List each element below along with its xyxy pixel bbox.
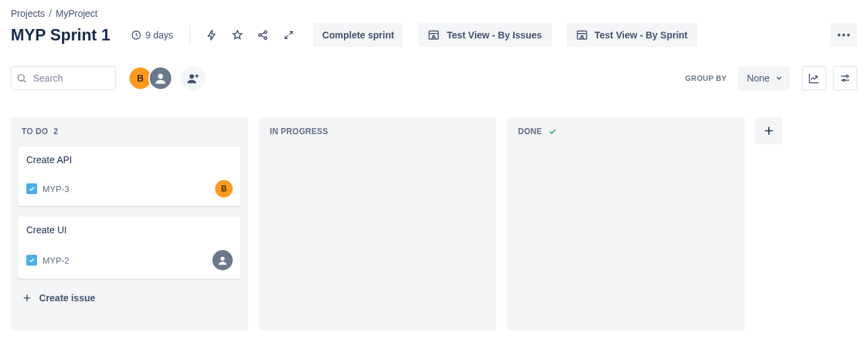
card-key-wrap: MYP-3 xyxy=(26,183,69,194)
avatar-initial: B xyxy=(221,184,227,193)
person-icon xyxy=(153,71,168,86)
svg-point-9 xyxy=(158,74,163,79)
divider xyxy=(190,26,190,44)
view-button-by-issues[interactable]: Test View - By Issues xyxy=(418,23,551,47)
breadcrumb-sep: / xyxy=(49,8,52,19)
svg-point-8 xyxy=(18,75,24,81)
card-key: MYP-2 xyxy=(42,255,69,266)
add-column-button[interactable] xyxy=(755,117,782,144)
card-key-wrap: MYP-2 xyxy=(26,255,69,266)
card-myp-2[interactable]: Create UI MYP-2 xyxy=(18,216,241,279)
more-icon xyxy=(838,34,850,36)
share-icon xyxy=(257,29,269,41)
column-header[interactable]: IN PROGRESS xyxy=(266,127,490,136)
board-toolbar: B GROUP BY None xyxy=(11,66,857,90)
groupby-dropdown[interactable]: None xyxy=(738,66,790,90)
card-title: Create UI xyxy=(26,224,233,235)
column-header[interactable]: TO DO 2 xyxy=(18,127,241,136)
add-person-icon xyxy=(186,71,200,85)
groupby-label: GROUP BY xyxy=(685,74,727,82)
card-key: MYP-3 xyxy=(42,184,69,194)
expand-icon xyxy=(283,30,294,40)
column-in-progress[interactable]: IN PROGRESS xyxy=(259,117,496,330)
avatar-initial: B xyxy=(137,73,144,84)
breadcrumb-project[interactable]: MyProject xyxy=(55,8,97,19)
task-icon xyxy=(26,183,37,194)
chevron-down-icon xyxy=(775,74,783,82)
card-footer: MYP-2 xyxy=(26,250,233,270)
column-done[interactable]: DONE xyxy=(507,117,745,330)
breadcrumb-projects[interactable]: Projects xyxy=(11,8,45,19)
column-count: 2 xyxy=(53,127,58,136)
svg-point-5 xyxy=(433,36,435,38)
sliders-icon xyxy=(839,72,851,84)
view-label: Test View - By Issues xyxy=(446,30,542,40)
chart-line-icon xyxy=(808,72,820,84)
create-issue-button[interactable]: Create issue xyxy=(18,286,241,303)
card-title: Create API xyxy=(26,154,233,165)
page-header: MYP Sprint 1 9 days Complete sprint Test… xyxy=(11,23,857,47)
breadcrumb: Projects / MyProject xyxy=(11,8,857,19)
card-myp-3[interactable]: Create API MYP-3 B xyxy=(18,146,241,206)
column-title: IN PROGRESS xyxy=(270,127,328,136)
plus-icon xyxy=(762,124,776,138)
star-button[interactable] xyxy=(227,24,248,46)
avatar-unassigned[interactable] xyxy=(148,66,173,90)
view-label: Test View - By Sprint xyxy=(595,30,688,40)
plus-icon xyxy=(22,293,32,303)
complete-sprint-button[interactable]: Complete sprint xyxy=(313,23,404,47)
task-icon xyxy=(26,255,37,266)
svg-point-1 xyxy=(258,34,261,36)
svg-point-10 xyxy=(190,74,194,79)
column-title: TO DO xyxy=(22,127,48,136)
search-wrap xyxy=(11,66,116,90)
page-title: MYP Sprint 1 xyxy=(11,26,111,44)
column-todo[interactable]: TO DO 2 Create API MYP-3 B Create UI xyxy=(11,117,248,330)
more-actions-button[interactable] xyxy=(830,23,857,47)
check-icon xyxy=(548,127,557,136)
svg-point-12 xyxy=(843,80,845,82)
automation-button[interactable] xyxy=(201,24,223,46)
add-people-button[interactable] xyxy=(181,66,205,90)
card-footer: MYP-3 B xyxy=(26,180,233,198)
view-settings-button[interactable] xyxy=(833,66,857,90)
share-button[interactable] xyxy=(252,24,274,46)
view-button-by-sprint[interactable]: Test View - By Sprint xyxy=(567,23,697,47)
days-remaining[interactable]: 9 days xyxy=(131,30,173,40)
fullscreen-button[interactable] xyxy=(278,24,299,46)
search-icon xyxy=(16,73,27,84)
column-header[interactable]: DONE xyxy=(514,127,738,136)
clock-icon xyxy=(131,30,142,40)
column-title: DONE xyxy=(518,127,542,136)
view-icon xyxy=(576,29,588,41)
view-icon xyxy=(428,29,440,41)
bolt-icon xyxy=(206,29,218,41)
complete-sprint-label: Complete sprint xyxy=(322,30,395,40)
svg-point-3 xyxy=(264,37,267,40)
card-assignee-avatar[interactable]: B xyxy=(215,180,233,198)
svg-point-11 xyxy=(846,75,848,78)
insights-button[interactable] xyxy=(802,66,826,90)
svg-point-7 xyxy=(581,36,583,38)
svg-point-13 xyxy=(221,257,225,261)
card-assignee-avatar[interactable] xyxy=(212,250,233,270)
days-remaining-label: 9 days xyxy=(146,30,173,40)
avatar-stack: B xyxy=(128,66,205,90)
svg-point-2 xyxy=(264,31,267,34)
person-icon xyxy=(216,254,229,266)
groupby-value: None xyxy=(747,73,770,84)
board: TO DO 2 Create API MYP-3 B Create UI xyxy=(11,117,857,330)
create-issue-label: Create issue xyxy=(39,293,95,303)
star-icon xyxy=(231,29,243,41)
